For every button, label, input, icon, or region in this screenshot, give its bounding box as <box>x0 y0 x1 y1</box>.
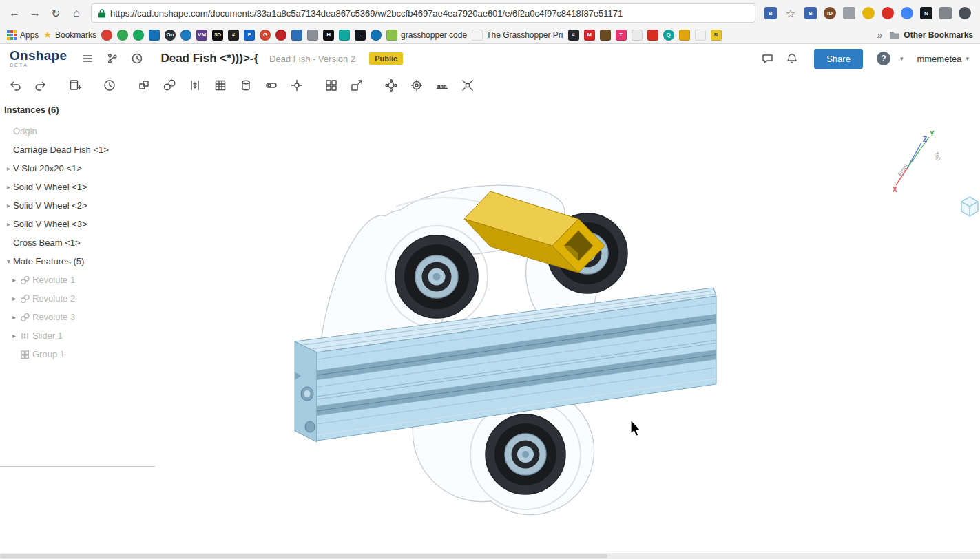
expand-arrow-icon[interactable]: ▸ <box>10 295 19 302</box>
favicon[interactable] <box>275 30 286 41</box>
panel-divider[interactable] <box>0 466 155 467</box>
instance-row[interactable]: ▸V-Slot 20x20 <1> <box>0 159 155 178</box>
favicon[interactable] <box>647 30 658 41</box>
planar-mate-icon[interactable] <box>212 77 229 94</box>
expand-arrow-icon[interactable]: ▸ <box>10 332 19 339</box>
expand-arrow-icon[interactable]: ▸ <box>4 165 13 172</box>
instance-row[interactable]: ▸Revolute 3 <box>0 308 155 326</box>
undo-icon[interactable] <box>7 77 23 94</box>
exploded-view-icon[interactable] <box>459 77 476 94</box>
favicon[interactable]: M <box>584 30 595 41</box>
bookmarks-overflow-icon[interactable]: » <box>875 30 886 41</box>
favicon[interactable]: P <box>244 30 255 41</box>
expand-arrow-icon[interactable]: ▾ <box>4 257 13 265</box>
scrollbar-thumb[interactable] <box>0 554 607 558</box>
bookmarks-shortcut[interactable]: ★ Bookmarks <box>43 30 96 40</box>
gear-relation-icon[interactable] <box>383 77 399 94</box>
favicon[interactable]: G <box>260 30 271 41</box>
group-icon[interactable] <box>323 77 340 94</box>
replicate-icon[interactable] <box>348 77 365 94</box>
favicon[interactable]: On <box>165 30 176 41</box>
help-icon[interactable]: ? <box>877 52 890 65</box>
horizontal-scrollbar[interactable] <box>0 553 980 559</box>
expand-arrow-icon[interactable]: ▸ <box>4 220 13 228</box>
favicon[interactable] <box>695 30 706 41</box>
extension-icon[interactable] <box>901 7 913 19</box>
menu-icon[interactable] <box>79 50 96 67</box>
insert-icon[interactable] <box>67 77 83 94</box>
expand-arrow-icon[interactable]: ▸ <box>10 313 19 321</box>
favicon[interactable] <box>339 30 350 41</box>
rack-pinion-icon[interactable] <box>434 77 450 94</box>
extension-icon[interactable] <box>959 7 971 19</box>
favicon[interactable]: 3D <box>212 30 223 41</box>
instance-row[interactable]: Group 1 <box>0 345 155 363</box>
favicon[interactable] <box>600 30 611 41</box>
pin-slot-mate-icon[interactable] <box>263 77 280 94</box>
notifications-bell-icon[interactable] <box>784 50 800 67</box>
favicon[interactable] <box>632 30 643 41</box>
instance-row[interactable]: ▾Mate Features (5) <box>0 252 155 271</box>
history-clock-icon[interactable] <box>129 50 145 67</box>
favicon[interactable] <box>307 30 318 41</box>
extension-icon[interactable]: ID <box>824 7 836 19</box>
instance-row[interactable]: ▸Solid V Wheel <1> <box>0 178 155 196</box>
comment-icon[interactable] <box>759 50 775 67</box>
favicon[interactable] <box>133 30 144 41</box>
favicon[interactable] <box>180 30 191 41</box>
favicon[interactable] <box>291 30 302 41</box>
favicon[interactable]: ... <box>355 30 366 41</box>
favicon[interactable]: B <box>711 30 722 41</box>
instance-row[interactable]: ▸Revolute 1 <box>0 271 155 289</box>
refresh-icon[interactable]: ↻ <box>47 4 65 22</box>
instance-row[interactable]: Origin <box>0 122 155 140</box>
favicon[interactable]: # <box>228 30 239 41</box>
view-cube-icon[interactable] <box>961 197 978 216</box>
apps-shortcut[interactable]: Apps <box>7 30 39 40</box>
expand-arrow-icon[interactable]: ▸ <box>10 276 19 284</box>
extension-icon[interactable] <box>882 7 894 19</box>
instance-row[interactable]: ▸Revolute 2 <box>0 289 155 308</box>
favicon[interactable]: T <box>616 30 627 41</box>
extension-icon[interactable] <box>862 7 875 19</box>
onshape-logo[interactable]: Onshape BETA <box>10 49 67 68</box>
instance-row[interactable]: ▸Solid V Wheel <2> <box>0 196 155 215</box>
favicon[interactable]: Q <box>663 30 674 41</box>
instance-row[interactable]: ▸Solid V Wheel <3> <box>0 215 155 233</box>
bookmark-star-icon[interactable]: ☆ <box>783 7 798 20</box>
extension-icon[interactable] <box>843 7 855 19</box>
forward-icon[interactable]: → <box>26 4 44 22</box>
favicon[interactable] <box>371 30 382 41</box>
favicon[interactable]: H <box>323 30 334 41</box>
user-menu[interactable]: mmemetea ▾ <box>917 54 970 64</box>
instance-row[interactable]: Carriage Dead Fish <1> <box>0 140 155 159</box>
favicon[interactable]: # <box>568 30 579 41</box>
fastened-mate-icon[interactable] <box>136 77 152 94</box>
bookmark-grasshopper-primer[interactable]: The Grasshopper Pri <box>472 30 563 41</box>
cylindrical-mate-icon[interactable] <box>238 77 254 94</box>
screw-relation-icon[interactable] <box>408 77 425 94</box>
history-icon[interactable] <box>101 77 118 94</box>
slider-mate-icon[interactable] <box>187 77 203 94</box>
other-bookmarks-folder[interactable]: Other Bookmarks <box>889 30 973 40</box>
expand-arrow-icon[interactable]: ▸ <box>4 183 13 191</box>
extension-icon[interactable]: B <box>764 7 777 19</box>
extension-icon[interactable] <box>939 7 952 19</box>
favicon[interactable] <box>679 30 690 41</box>
revolute-mate-icon[interactable] <box>161 77 178 94</box>
expand-arrow-icon[interactable]: ▸ <box>4 202 13 209</box>
instance-row[interactable]: Cross Beam <1> <box>0 233 155 252</box>
favicon[interactable] <box>101 30 112 41</box>
extension-icon[interactable]: N <box>920 7 932 19</box>
orientation-triad[interactable]: X Z Y Front Top <box>893 130 942 193</box>
share-button[interactable]: Share <box>814 49 863 69</box>
extension-icon[interactable]: B <box>804 7 817 19</box>
instance-row[interactable]: ▸Slider 1 <box>0 326 155 345</box>
favicon[interactable] <box>117 30 128 41</box>
favicon[interactable]: VM <box>196 30 207 41</box>
redo-icon[interactable] <box>32 77 49 94</box>
address-bar[interactable]: https://cad.onshape.com/documents/33a1a8… <box>91 3 755 23</box>
bookmark-grasshopper-code[interactable]: grasshopper code <box>386 30 467 41</box>
versions-branch-icon[interactable] <box>104 50 121 67</box>
home-icon[interactable]: ⌂ <box>67 4 85 22</box>
